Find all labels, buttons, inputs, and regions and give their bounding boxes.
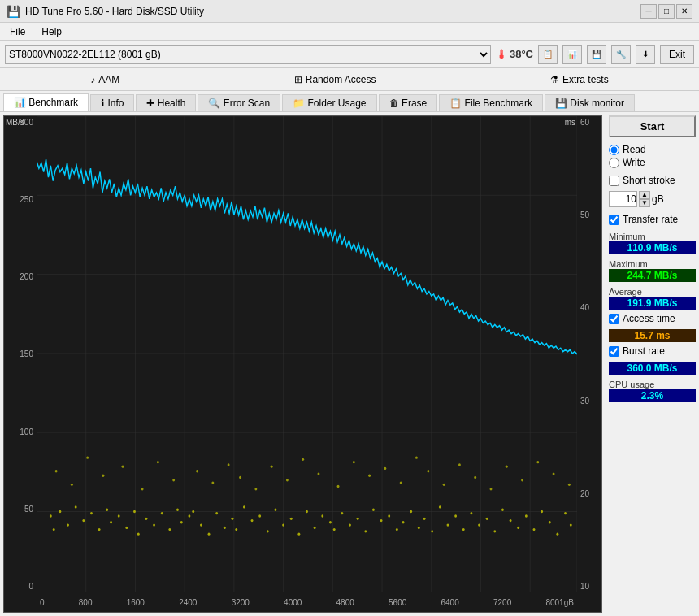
- tab-benchmark[interactable]: 📊 Benchmark: [3, 93, 89, 111]
- write-radio[interactable]: [609, 158, 619, 168]
- svg-point-84: [525, 514, 528, 517]
- feature-extra-tests[interactable]: ⚗ Extra tests: [544, 72, 615, 87]
- svg-point-87: [549, 521, 551, 523]
- svg-point-68: [402, 521, 405, 523]
- folder-usage-tab-icon: 📁: [293, 98, 305, 109]
- short-stroke-option[interactable]: Short stroke: [609, 175, 696, 186]
- svg-point-23: [75, 505, 77, 508]
- tab-info[interactable]: ℹ Info: [90, 94, 134, 111]
- svg-point-117: [474, 476, 476, 479]
- svg-point-70: [418, 527, 420, 529]
- minimize-button[interactable]: ─: [640, 4, 657, 19]
- tab-erase[interactable]: 🗑 Erase: [379, 94, 438, 111]
- svg-point-90: [570, 523, 572, 526]
- access-time-option[interactable]: Access time: [609, 313, 696, 324]
- menu-file[interactable]: File: [7, 25, 28, 38]
- close-button[interactable]: ✕: [676, 4, 692, 19]
- spin-input[interactable]: 10: [609, 191, 637, 207]
- tab-health[interactable]: ✚ Health: [136, 94, 196, 111]
- short-stroke-label: Short stroke: [623, 175, 675, 186]
- burst-rate-option[interactable]: Burst rate: [609, 345, 696, 357]
- read-option[interactable]: Read: [609, 144, 696, 155]
- x-axis-3200: 3200: [232, 598, 250, 607]
- svg-point-122: [553, 472, 555, 475]
- svg-point-123: [568, 484, 571, 486]
- spin-buttons[interactable]: ▲ ▼: [639, 191, 650, 207]
- cpu-usage-label: CPU usage: [609, 380, 696, 389]
- svg-point-121: [536, 461, 539, 463]
- svg-point-115: [443, 484, 445, 486]
- maximum-label: Maximum: [609, 259, 696, 269]
- chart-bottom-axis: 0 800 1600 2400 3200 4000 4800 5600 6400…: [37, 592, 577, 612]
- svg-point-110: [368, 475, 371, 477]
- exit-button[interactable]: Exit: [660, 45, 694, 64]
- transfer-rate-option[interactable]: Transfer rate: [609, 214, 696, 225]
- transfer-rate-checkbox[interactable]: [609, 215, 619, 225]
- y-axis-50: 50: [24, 505, 33, 514]
- short-stroke-checkbox[interactable]: [609, 176, 619, 186]
- svg-point-22: [67, 523, 69, 526]
- drive-icon-btn-4[interactable]: 🔧: [611, 45, 631, 64]
- svg-point-39: [188, 514, 190, 517]
- svg-point-75: [454, 514, 457, 517]
- menu-help[interactable]: Help: [38, 25, 65, 38]
- drive-icon-btn-2[interactable]: 📊: [562, 45, 582, 64]
- drive-icon-btn-3[interactable]: 💾: [587, 45, 606, 64]
- chart-right-axis: 60 50 40 30 20 10: [577, 116, 601, 592]
- svg-point-29: [118, 514, 120, 517]
- ms-axis-30: 30: [580, 397, 589, 406]
- svg-point-59: [333, 528, 336, 531]
- tab-folder-usage[interactable]: 📁 Folder Usage: [282, 94, 376, 111]
- svg-point-56: [314, 527, 316, 529]
- benchmark-tab-icon: 📊: [14, 97, 26, 108]
- svg-point-101: [228, 463, 230, 466]
- spin-row: 10 ▲ ▼ gB: [609, 191, 696, 207]
- tab-file-benchmark[interactable]: 📋 File Benchmark: [439, 94, 543, 111]
- ms-axis-40: 40: [580, 303, 589, 312]
- tab-error-scan[interactable]: 🔍 Error Scan: [198, 94, 280, 111]
- title-bar: 💾 HD Tune Pro 5.60 - Hard Disk/SSD Utili…: [0, 0, 699, 23]
- svg-point-36: [168, 528, 171, 531]
- feature-random-access[interactable]: ⊞ Random Access: [288, 72, 383, 87]
- thermometer-icon: 🌡: [496, 48, 507, 61]
- burst-rate-checkbox[interactable]: [609, 346, 619, 357]
- svg-point-65: [380, 519, 383, 522]
- svg-point-102: [239, 476, 241, 479]
- y-axis-100: 100: [20, 427, 33, 436]
- spin-down-button[interactable]: ▼: [639, 199, 650, 207]
- cpu-usage-stat: CPU usage 2.3%: [609, 378, 696, 402]
- svg-point-69: [410, 510, 412, 513]
- start-button[interactable]: Start: [609, 115, 696, 137]
- health-tab-icon: ✚: [146, 98, 154, 109]
- feature-aam[interactable]: ♪ AAM: [84, 72, 126, 87]
- svg-point-96: [141, 488, 144, 490]
- x-axis-6400: 6400: [441, 598, 459, 607]
- svg-point-51: [275, 509, 277, 511]
- write-option[interactable]: Write: [609, 157, 696, 168]
- spin-up-button[interactable]: ▲: [639, 191, 650, 199]
- chart-svg: [37, 116, 577, 592]
- drive-icon-btn-1[interactable]: 📋: [538, 45, 558, 64]
- tab-disk-monitor[interactable]: 💾 Disk monitor: [545, 94, 635, 111]
- svg-point-40: [192, 510, 194, 513]
- read-write-group: Read Write: [609, 144, 696, 168]
- x-axis-800: 800: [79, 598, 93, 607]
- title-bar-controls[interactable]: ─ □ ✕: [640, 4, 692, 19]
- burst-rate-label: Burst rate: [623, 345, 665, 357]
- drive-icon-btn-5[interactable]: ⬇: [636, 45, 655, 64]
- minimum-label: Minimum: [609, 232, 696, 241]
- access-time-checkbox[interactable]: [609, 314, 619, 324]
- drive-select[interactable]: ST8000VN0022-2EL112 (8001 gB): [5, 45, 491, 64]
- aam-icon: ♪: [90, 74, 95, 85]
- svg-point-79: [486, 518, 488, 520]
- average-label: Average: [609, 287, 696, 297]
- x-axis-7200: 7200: [493, 598, 511, 607]
- ms-axis-60: 60: [580, 118, 589, 127]
- read-radio[interactable]: [609, 145, 619, 155]
- svg-point-104: [271, 466, 273, 468]
- svg-point-83: [517, 527, 519, 529]
- svg-point-19: [50, 514, 52, 517]
- svg-point-116: [458, 463, 461, 466]
- maximize-button[interactable]: □: [658, 4, 675, 19]
- menu-bar: File Help: [0, 23, 699, 41]
